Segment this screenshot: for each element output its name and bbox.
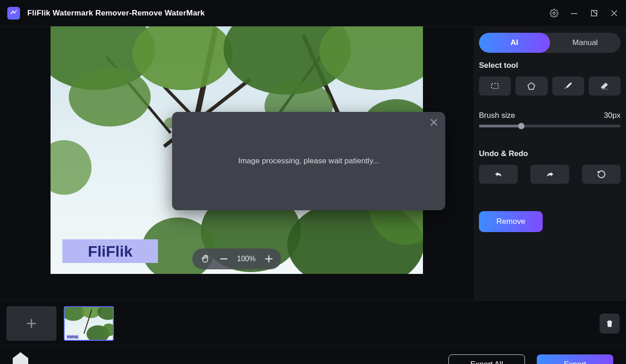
svg-rect-10 <box>31 319 32 328</box>
mode-manual-tab[interactable]: Manual <box>550 33 621 53</box>
export-button[interactable]: Export <box>537 354 613 364</box>
maximize-button[interactable] <box>590 9 599 18</box>
tool-marquee[interactable] <box>479 76 511 96</box>
thumbnail-1[interactable]: FliFlik <box>64 306 114 341</box>
titlebar: FliFlik Watermark Remover-Remove WaterMa… <box>0 0 626 26</box>
svg-rect-7 <box>492 84 499 89</box>
zoom-level: 100% <box>237 255 256 263</box>
thumbnail-watermark: FliFlik <box>66 335 79 339</box>
brush-size-slider[interactable] <box>479 125 621 127</box>
modal-message: Image processing, please wait patiently.… <box>238 157 379 166</box>
zoom-in-button[interactable] <box>265 255 273 263</box>
pan-tool-button[interactable] <box>201 254 211 264</box>
tool-eraser[interactable] <box>589 76 621 96</box>
right-panel: AI Manual Select tool Brush size 30px <box>473 26 626 300</box>
remove-button[interactable]: Remove <box>479 211 543 232</box>
processing-modal: Image processing, please wait patiently.… <box>172 112 445 210</box>
select-tool-label: Select tool <box>479 61 621 70</box>
settings-button[interactable] <box>550 9 559 18</box>
watermark-selection[interactable]: FliFlik <box>62 239 158 263</box>
mode-toggle: AI Manual <box>479 33 621 53</box>
thumbnail-strip: FliFlik <box>0 300 626 346</box>
brush-size-value: 30px <box>604 111 621 120</box>
footer: Export All Export <box>0 346 626 364</box>
home-button[interactable] <box>13 357 28 364</box>
mode-ai-tab[interactable]: AI <box>479 33 550 53</box>
undo-redo-label: Undo & Redo <box>479 149 621 158</box>
svg-rect-3 <box>591 10 597 16</box>
delete-button[interactable] <box>600 313 620 334</box>
svg-point-1 <box>553 12 555 14</box>
app-logo <box>7 7 20 20</box>
svg-rect-6 <box>268 255 269 263</box>
zoom-toolbar: 100% <box>193 248 281 269</box>
zoom-out-button[interactable] <box>220 255 228 263</box>
svg-rect-2 <box>571 13 577 14</box>
reset-button[interactable] <box>582 165 621 184</box>
home-icon <box>13 357 28 364</box>
redo-button[interactable] <box>530 165 569 184</box>
tool-brush[interactable] <box>552 76 584 96</box>
brush-size-label: Brush size <box>479 111 515 120</box>
svg-marker-8 <box>528 83 535 90</box>
export-all-button[interactable]: Export All <box>448 354 525 364</box>
modal-close-button[interactable] <box>430 118 438 126</box>
svg-point-0 <box>15 10 17 12</box>
close-button[interactable] <box>610 9 619 18</box>
svg-rect-4 <box>220 258 228 259</box>
add-image-button[interactable] <box>6 306 56 341</box>
minimize-button[interactable] <box>570 9 579 18</box>
undo-button[interactable] <box>479 165 518 184</box>
tool-polygon[interactable] <box>515 76 547 96</box>
app-title: FliFlik Watermark Remover-Remove WaterMa… <box>27 9 205 18</box>
